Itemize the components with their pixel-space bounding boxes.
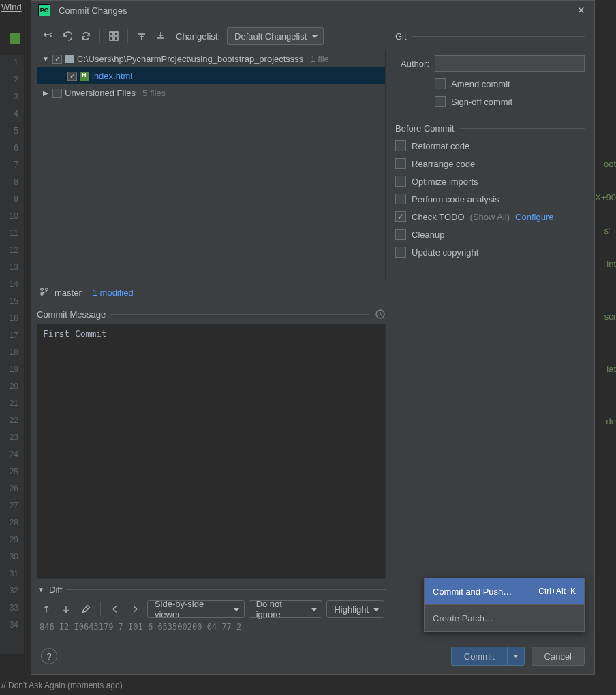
reformat-checkbox[interactable]	[395, 140, 406, 151]
branch-bar: master 1 modified	[37, 284, 386, 300]
svg-rect-3	[110, 37, 113, 40]
branch-name[interactable]: master	[55, 288, 82, 298]
svg-rect-2	[114, 32, 118, 35]
root-path: C:\Users\hp\PycharmProject\using_bootstr…	[77, 54, 303, 64]
cleanup-option[interactable]: Cleanup	[395, 229, 585, 240]
cleanup-checkbox[interactable]	[395, 229, 406, 240]
tree-unversioned-row[interactable]: ▶ Unversioned Files 5 files	[37, 84, 385, 102]
unversioned-meta: 5 files	[142, 88, 166, 98]
chevron-down-icon: ▼	[37, 586, 45, 593]
branch-icon	[40, 287, 49, 298]
analysis-checkbox[interactable]	[395, 194, 406, 204]
checkbox-unversioned[interactable]	[52, 89, 62, 98]
commit-and-push-item[interactable]: Commit and Push… Ctrl+Alt+K	[425, 578, 584, 604]
amend-checkbox[interactable]	[435, 78, 446, 89]
nav-forward-icon[interactable]	[127, 601, 143, 617]
amend-option[interactable]: Amend commit	[435, 78, 585, 89]
ignore-dropdown[interactable]: Do not ignore	[249, 600, 323, 618]
analysis-option[interactable]: Perform code analysis	[395, 194, 585, 204]
shortcut-label: Ctrl+Alt+K	[538, 587, 576, 596]
commit-message-title: Commit Message	[37, 309, 106, 320]
highlight-dropdown[interactable]: Highlight	[326, 600, 384, 618]
checkbox-root[interactable]	[52, 55, 62, 64]
copyright-option[interactable]: Update copyright	[395, 247, 585, 258]
changes-tree: ▼ C:\Users\hp\PycharmProject\using_boots…	[37, 50, 386, 281]
svg-point-5	[41, 288, 44, 290]
menu-window[interactable]: Wind	[1, 2, 22, 12]
changelist-label: Changelist:	[176, 31, 220, 42]
optimize-option[interactable]: Optimize imports	[395, 176, 585, 187]
pycharm-icon: PC	[38, 4, 50, 16]
collapse-icon[interactable]	[153, 28, 169, 44]
rearrange-checkbox[interactable]	[395, 158, 406, 169]
dialog-titlebar: PC Commit Changes ×	[31, 1, 594, 20]
expand-icon[interactable]	[134, 28, 150, 44]
commit-dropdown-arrow[interactable]	[507, 647, 525, 666]
rollback-icon[interactable]	[40, 28, 56, 44]
chevron-right-icon[interactable]: ▶	[42, 89, 50, 97]
status-bar-text: // Don't Ask Again (moments ago)	[1, 681, 123, 690]
editor-gutter: 1234567891011121314151617181920212223242…	[0, 55, 24, 654]
edit-icon[interactable]	[78, 601, 93, 617]
modified-count[interactable]: 1 modified	[93, 288, 134, 298]
dialog-footer: ? Commit Cancel	[31, 638, 594, 674]
close-icon[interactable]: ×	[574, 3, 587, 18]
nav-back-icon[interactable]	[108, 601, 123, 617]
diff-toolbar: Side-by-side viewer Do not ignore Highli…	[37, 598, 386, 621]
checkbox-file[interactable]	[67, 72, 77, 81]
svg-rect-1	[110, 32, 113, 35]
viewer-mode-dropdown[interactable]: Side-by-side viewer	[147, 600, 245, 618]
todo-checkbox[interactable]	[395, 211, 406, 222]
copyright-checkbox[interactable]	[395, 247, 406, 258]
chevron-down-icon[interactable]: ▼	[42, 55, 50, 63]
commit-dropdown-menu: Commit and Push… Ctrl+Alt+K Create Patch…	[424, 578, 585, 632]
rearrange-option[interactable]: Rearrange code	[395, 158, 585, 169]
dialog-title: Commit Changes	[59, 5, 574, 16]
tree-root-row[interactable]: ▼ C:\Users\hp\PycharmProject\using_boots…	[37, 50, 385, 67]
reformat-option[interactable]: Reformat code	[395, 140, 585, 151]
optimize-checkbox[interactable]	[395, 176, 406, 187]
commit-changes-dialog: PC Commit Changes × Changelist: Default …	[31, 0, 595, 675]
commit-message-input[interactable]	[37, 324, 386, 579]
tree-file-row[interactable]: index.html	[37, 67, 385, 84]
root-meta: 1 file	[310, 54, 328, 64]
svg-rect-4	[114, 37, 118, 40]
signoff-checkbox[interactable]	[435, 96, 446, 107]
history-icon[interactable]	[375, 309, 386, 320]
svg-point-0	[50, 33, 52, 34]
git-section-title: Git	[395, 31, 407, 42]
file-name: index.html	[92, 71, 132, 81]
before-commit-title: Before Commit	[395, 123, 455, 134]
signoff-option[interactable]: Sign-off commit	[435, 96, 585, 107]
author-input[interactable]	[435, 55, 585, 72]
undo-icon[interactable]	[59, 28, 75, 44]
commit-button[interactable]: Commit	[451, 647, 507, 666]
commit-split-button: Commit	[451, 647, 525, 666]
configure-link[interactable]: Configure	[515, 212, 553, 222]
create-patch-item[interactable]: Create Patch…	[425, 605, 584, 631]
svg-point-7	[46, 288, 48, 290]
prev-diff-icon[interactable]	[38, 601, 54, 617]
help-icon[interactable]: ?	[41, 648, 57, 664]
commit-toolbar: Changelist: Default Changelist	[37, 25, 386, 47]
html-file-icon	[80, 72, 89, 81]
editor-code-fragment: ootX+90s" iintscrlatde	[595, 157, 616, 429]
diff-hash-line: 846 I2 I0643179 7 I01 6 653500200 04 77 …	[37, 621, 386, 633]
todo-option[interactable]: Check TODO (Show All) Configure	[395, 211, 585, 222]
folder-icon	[65, 55, 74, 63]
cancel-button[interactable]: Cancel	[532, 647, 585, 666]
file-tab-icon	[10, 33, 20, 44]
next-diff-icon[interactable]	[58, 601, 74, 617]
changelist-dropdown[interactable]: Default Changelist	[227, 27, 324, 45]
diff-section-header[interactable]: ▼ Diff	[37, 585, 386, 595]
diff-title: Diff	[49, 585, 62, 595]
refresh-icon[interactable]	[78, 28, 94, 44]
author-label: Author:	[395, 59, 429, 69]
group-icon[interactable]	[106, 28, 122, 44]
unversioned-label: Unversioned Files	[65, 88, 136, 98]
